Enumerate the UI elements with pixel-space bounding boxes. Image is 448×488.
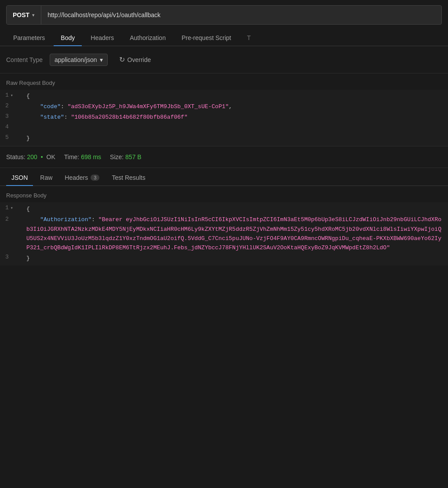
time-value: 698 ms — [81, 153, 101, 160]
headers-badge: 3 — [91, 175, 99, 181]
resp-tab-json[interactable]: JSON — [6, 170, 33, 186]
content-type-value: application/json — [55, 56, 97, 63]
request-line-4: 4 — [0, 123, 448, 134]
code-key-code: "code" — [40, 103, 61, 110]
line-num-2: 2 — [5, 102, 9, 109]
resp-brace-open: { — [26, 206, 30, 212]
resp-tab-raw[interactable]: Raw — [35, 170, 58, 186]
status-bar: Status: 200 • OK Time: 698 ms Size: 857 … — [0, 146, 448, 168]
tab-parameters[interactable]: Parameters — [6, 30, 52, 46]
resp-line-1: 1 ▾ { — [0, 204, 448, 215]
override-label: Override — [127, 56, 151, 63]
code-key-state: "state" — [40, 114, 64, 120]
status-code: 200 — [27, 153, 37, 160]
tab-authorization[interactable]: Authorization — [123, 30, 173, 46]
method-selector[interactable]: POST ▾ — [7, 6, 41, 24]
code-val-code: "adS3oEXybJz5P_h9JWa4mXFy6TM9JbSb_0XT_sU… — [68, 103, 229, 110]
request-tabs-bar: Parameters Body Headers Authorization Pr… — [0, 30, 448, 46]
tab-headers[interactable]: Headers — [84, 30, 121, 46]
time-label: Time: 698 ms — [64, 153, 101, 160]
request-line-5: 5 } — [0, 134, 448, 144]
request-line-3: 3 "state": "106b85a20528b14b682f80bfb86a… — [0, 113, 448, 123]
response-tabs-bar: JSON Raw Headers 3 Test Results — [0, 170, 448, 186]
response-body-editor[interactable]: 1 ▾ { 2 "Authorization": "Bearer eyJhbGc… — [0, 202, 448, 266]
raw-request-body-label: Raw Request Body — [0, 73, 448, 90]
method-label: POST — [13, 11, 29, 18]
code-val-state: "106b85a20528b14b682f80bfb86af06f" — [71, 114, 187, 120]
resp-line-num-2: 2 — [5, 216, 9, 222]
line-num-5: 5 — [5, 134, 9, 141]
override-button[interactable]: ↻ Override — [115, 53, 156, 66]
line-arrow-1[interactable]: ▾ — [11, 93, 13, 98]
request-line-2: 2 "code": "adS3oEXybJz5P_h9JWa4mXFy6TM9J… — [0, 102, 448, 113]
line-num-4: 4 — [5, 124, 9, 130]
line-num-1: 1 — [5, 92, 9, 98]
tab-more[interactable]: T — [240, 30, 258, 46]
resp-tab-headers[interactable]: Headers 3 — [59, 170, 105, 186]
tab-pre-request-script[interactable]: Pre-request Script — [175, 30, 238, 46]
url-bar: POST ▾ — [6, 5, 442, 25]
resp-line-num-3: 3 — [5, 254, 9, 260]
status-dot: • — [41, 153, 43, 160]
resp-line-2: 2 "Authorization": "Bearer eyJhbGciOiJSU… — [0, 215, 448, 253]
content-type-label: Content Type — [6, 56, 43, 63]
status-ok-text: OK — [47, 153, 55, 160]
tab-body[interactable]: Body — [54, 30, 82, 46]
response-body-label: Response Body — [0, 186, 448, 202]
url-input[interactable] — [41, 11, 441, 18]
resp-line-num-1: 1 — [5, 204, 9, 211]
content-type-chevron-icon: ▾ — [100, 56, 103, 63]
method-chevron-icon: ▾ — [32, 12, 35, 18]
brace-close: } — [26, 135, 30, 142]
line-num-3: 3 — [5, 113, 9, 120]
size-label: Size: 857 B — [110, 153, 142, 160]
size-value: 857 B — [125, 153, 142, 160]
resp-arrow-1[interactable]: ▾ — [11, 205, 13, 211]
request-body-editor[interactable]: 1 ▾ { 2 "code": "adS3oEXybJz5P_h9JWa4mXF… — [0, 90, 448, 146]
resp-key-authorization: "Authorization" — [40, 216, 91, 223]
resp-brace-close: } — [26, 255, 30, 262]
brace-open: { — [26, 93, 30, 99]
status-label: Status: 200 • OK — [6, 153, 55, 160]
resp-tab-test-results[interactable]: Test Results — [106, 170, 150, 186]
refresh-icon: ↻ — [119, 55, 125, 64]
resp-line-3: 3 } — [0, 253, 448, 264]
content-type-select[interactable]: application/json ▾ — [50, 54, 108, 66]
content-type-row: Content Type application/json ▾ ↻ Overri… — [0, 46, 448, 73]
request-line-1: 1 ▾ { — [0, 91, 448, 102]
